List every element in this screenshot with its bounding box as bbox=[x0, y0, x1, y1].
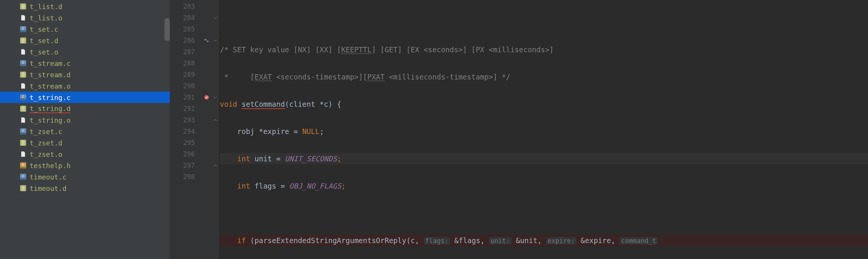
sidebar-scrollbar[interactable] bbox=[165, 18, 170, 41]
marker-gutter[interactable] bbox=[201, 0, 212, 259]
code-content[interactable]: /* SET key value [NX] [XX] [KEEPTTL] [GE… bbox=[218, 0, 868, 259]
code-line[interactable] bbox=[220, 17, 868, 28]
d-file-icon bbox=[20, 37, 27, 44]
fold-handle[interactable] bbox=[212, 92, 218, 103]
gutter-marker[interactable] bbox=[201, 126, 212, 137]
line-number[interactable]: 285 bbox=[170, 23, 195, 35]
file-tree-item[interactable]: t_string.o bbox=[0, 114, 170, 126]
code-line[interactable]: robj *expire = NULL; bbox=[220, 126, 868, 137]
c-file-icon: c bbox=[20, 128, 27, 135]
line-number[interactable]: 290 bbox=[170, 80, 195, 92]
gutter-marker[interactable] bbox=[201, 148, 212, 160]
line-number[interactable]: 286 bbox=[170, 35, 195, 46]
line-number[interactable]: 287 bbox=[170, 46, 195, 58]
gutter-marker[interactable] bbox=[201, 35, 212, 46]
svg-rect-18 bbox=[20, 167, 26, 169]
code-line-current[interactable]: int unit = UNIT_SECONDS; bbox=[220, 153, 868, 164]
fold-open-icon bbox=[213, 95, 217, 99]
fold-handle[interactable] bbox=[212, 58, 218, 69]
line-number[interactable]: 294 bbox=[170, 126, 195, 137]
gutter-marker[interactable] bbox=[201, 23, 212, 35]
line-number[interactable]: 283 bbox=[170, 1, 195, 12]
file-tree-item[interactable]: t_zset.o bbox=[0, 148, 170, 160]
fold-handle[interactable] bbox=[212, 137, 218, 148]
fold-handle[interactable] bbox=[212, 69, 218, 80]
file-tree-item[interactable]: ct_string.c bbox=[0, 92, 170, 103]
c-file-icon: c bbox=[20, 60, 27, 67]
code-line[interactable]: int flags = OBJ_NO_FLAGS; bbox=[220, 180, 868, 192]
line-number[interactable]: 298 bbox=[170, 171, 195, 183]
param-hint: expire: bbox=[546, 237, 577, 245]
fold-handle[interactable] bbox=[212, 12, 218, 23]
gutter-marker[interactable] bbox=[201, 171, 212, 183]
file-tree-item[interactable]: ct_zset.c bbox=[0, 126, 170, 137]
file-name-label: timeout.d bbox=[30, 184, 67, 192]
fold-handle[interactable] bbox=[212, 148, 218, 160]
code-line[interactable]: /* SET key value [NX] [XX] [KEEPTTL] [GE… bbox=[220, 44, 868, 55]
fold-gutter[interactable] bbox=[212, 0, 218, 259]
file-tree-item[interactable]: t_string.d bbox=[0, 103, 170, 114]
gutter-marker[interactable] bbox=[201, 1, 212, 12]
svg-text:c: c bbox=[22, 128, 24, 133]
file-tree-item[interactable]: timeout.d bbox=[0, 183, 170, 194]
code-line[interactable] bbox=[220, 208, 868, 219]
gutter-marker[interactable] bbox=[201, 80, 212, 92]
code-line[interactable]: void setCommand(client *c) { bbox=[220, 98, 868, 110]
file-tree-item[interactable]: t_list.d bbox=[0, 1, 170, 12]
gutter-marker[interactable] bbox=[201, 58, 212, 69]
file-tree-item[interactable]: t_stream.d bbox=[0, 69, 170, 80]
o-file-icon bbox=[20, 151, 27, 158]
gutter-marker[interactable] bbox=[201, 103, 212, 114]
file-tree-item[interactable]: t_zset.d bbox=[0, 137, 170, 148]
file-tree-item[interactable]: htesthelp.h bbox=[0, 160, 170, 171]
gutter-marker[interactable] bbox=[201, 92, 212, 103]
file-tree-item[interactable]: ct_stream.c bbox=[0, 58, 170, 69]
line-number[interactable]: 289 bbox=[170, 69, 195, 80]
file-tree-item[interactable]: t_set.d bbox=[0, 35, 170, 46]
line-number[interactable]: 288 bbox=[170, 58, 195, 69]
line-number[interactable]: 295 bbox=[170, 137, 195, 148]
gutter-marker[interactable] bbox=[201, 114, 212, 126]
d-file-icon bbox=[20, 3, 27, 10]
gutter-marker[interactable] bbox=[201, 137, 212, 148]
code-line-breakpoint[interactable]: if (parseExtendedStringArgumentsOrReply(… bbox=[220, 235, 868, 246]
file-tree-item[interactable]: t_list.o bbox=[0, 12, 170, 23]
h-file-icon: h bbox=[20, 162, 27, 169]
file-name-label: t_string.o bbox=[30, 116, 71, 124]
line-number[interactable]: 296 bbox=[170, 148, 195, 160]
project-sidebar: t_list.dt_list.oct_set.ct_set.dt_set.oct… bbox=[0, 0, 170, 259]
line-number[interactable]: 293 bbox=[170, 114, 195, 126]
file-tree-item[interactable]: t_set.o bbox=[0, 46, 170, 58]
fold-handle[interactable] bbox=[212, 35, 218, 46]
file-tree-item[interactable]: ct_set.c bbox=[0, 23, 170, 35]
fold-handle[interactable] bbox=[212, 23, 218, 35]
gutter-marker[interactable] bbox=[201, 160, 212, 171]
param-hint: command_t bbox=[620, 237, 658, 245]
fold-handle[interactable] bbox=[212, 160, 218, 171]
line-number-gutter[interactable]: 2832842852862872882892902912922932942952… bbox=[170, 0, 201, 259]
svg-text:c: c bbox=[22, 26, 24, 30]
o-file-icon bbox=[20, 117, 27, 123]
file-tree-item[interactable]: ctimeout.c bbox=[0, 171, 170, 183]
line-number[interactable]: 297 bbox=[170, 160, 195, 171]
fold-open-icon bbox=[213, 16, 217, 20]
fold-handle[interactable] bbox=[212, 1, 218, 12]
fold-handle[interactable] bbox=[212, 126, 218, 137]
svg-rect-2 bbox=[20, 30, 26, 32]
fold-handle[interactable] bbox=[212, 46, 218, 58]
override-icon bbox=[203, 38, 210, 43]
gutter-marker[interactable] bbox=[201, 46, 212, 58]
fold-handle[interactable] bbox=[212, 114, 218, 126]
fold-handle[interactable] bbox=[212, 80, 218, 92]
fold-handle[interactable] bbox=[212, 103, 218, 114]
code-line[interactable]: * [EXAT <seconds-timestamp>][PXAT <milli… bbox=[220, 71, 868, 83]
gutter-marker[interactable] bbox=[201, 12, 212, 23]
fold-handle[interactable] bbox=[212, 171, 218, 183]
line-number[interactable]: 292 bbox=[170, 103, 195, 114]
line-number[interactable]: 284 bbox=[170, 12, 195, 23]
file-name-label: t_set.c bbox=[30, 25, 58, 33]
param-hint: unit: bbox=[489, 237, 511, 245]
gutter-marker[interactable] bbox=[201, 69, 212, 80]
file-tree-item[interactable]: t_stream.o bbox=[0, 80, 170, 92]
line-number[interactable]: 291 bbox=[170, 92, 195, 103]
